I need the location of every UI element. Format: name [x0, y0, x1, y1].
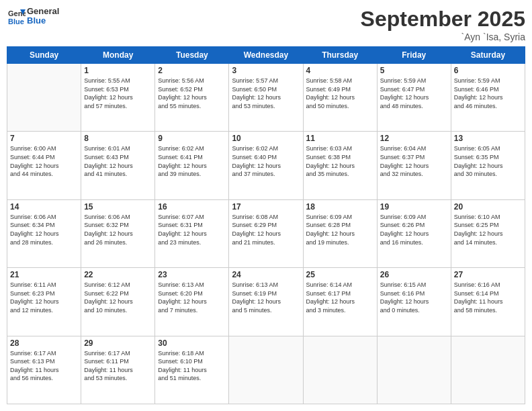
day-number: 5 [380, 66, 448, 75]
day-info: Sunrise: 6:13 AM Sunset: 6:19 PM Dayligh… [232, 281, 300, 314]
day-number: 13 [454, 134, 522, 143]
calendar-cell [377, 336, 451, 404]
day-info: Sunrise: 6:12 AM Sunset: 6:22 PM Dayligh… [84, 281, 152, 314]
calendar-cell: 26Sunrise: 6:15 AM Sunset: 6:16 PM Dayli… [377, 268, 451, 336]
day-number: 1 [84, 66, 152, 75]
title-block: September 2025 `Ayn `Isa, Syria [361, 7, 525, 42]
day-info: Sunrise: 6:17 AM Sunset: 6:11 PM Dayligh… [84, 349, 152, 383]
day-number: 25 [306, 270, 374, 279]
calendar-cell: 12Sunrise: 6:04 AM Sunset: 6:37 PM Dayli… [377, 132, 451, 199]
svg-text:Blue: Blue [8, 17, 24, 26]
day-number: 8 [84, 134, 152, 143]
day-info: Sunrise: 6:04 AM Sunset: 6:37 PM Dayligh… [380, 144, 448, 178]
calendar-cell [7, 64, 81, 132]
day-number: 14 [10, 202, 78, 212]
calendar-cell: 9Sunrise: 6:02 AM Sunset: 6:41 PM Daylig… [155, 132, 229, 199]
calendar-cell: 11Sunrise: 6:03 AM Sunset: 6:38 PM Dayli… [303, 132, 377, 199]
day-info: Sunrise: 6:15 AM Sunset: 6:16 PM Dayligh… [380, 281, 448, 314]
calendar-cell: 20Sunrise: 6:10 AM Sunset: 6:25 PM Dayli… [451, 199, 525, 267]
day-info: Sunrise: 6:09 AM Sunset: 6:28 PM Dayligh… [306, 213, 374, 246]
day-number: 2 [158, 66, 226, 75]
day-number: 23 [158, 270, 226, 279]
day-number: 18 [306, 202, 374, 212]
day-info: Sunrise: 6:10 AM Sunset: 6:25 PM Dayligh… [454, 213, 522, 246]
calendar-cell: 29Sunrise: 6:17 AM Sunset: 6:11 PM Dayli… [81, 336, 155, 404]
calendar-cell: 16Sunrise: 6:07 AM Sunset: 6:31 PM Dayli… [155, 199, 229, 267]
calendar-cell: 17Sunrise: 6:08 AM Sunset: 6:29 PM Dayli… [229, 199, 303, 267]
calendar-cell [229, 336, 303, 404]
day-number: 10 [232, 134, 300, 143]
day-info: Sunrise: 6:02 AM Sunset: 6:41 PM Dayligh… [158, 144, 226, 178]
weekday-header-friday: Friday [377, 47, 451, 64]
calendar-cell: 25Sunrise: 6:14 AM Sunset: 6:17 PM Dayli… [303, 268, 377, 336]
day-info: Sunrise: 6:03 AM Sunset: 6:38 PM Dayligh… [306, 144, 374, 178]
calendar-cell: 1Sunrise: 5:55 AM Sunset: 6:53 PM Daylig… [81, 64, 155, 132]
calendar-cell: 6Sunrise: 5:59 AM Sunset: 6:46 PM Daylig… [451, 64, 525, 132]
calendar-cell: 14Sunrise: 6:06 AM Sunset: 6:34 PM Dayli… [7, 199, 81, 267]
day-number: 19 [380, 202, 448, 212]
logo-line1: General [27, 7, 59, 16]
day-number: 4 [306, 66, 374, 75]
day-info: Sunrise: 6:09 AM Sunset: 6:26 PM Dayligh… [380, 213, 448, 246]
day-number: 7 [10, 134, 78, 143]
day-number: 9 [158, 134, 226, 143]
calendar-cell: 27Sunrise: 6:16 AM Sunset: 6:14 PM Dayli… [451, 268, 525, 336]
month-title: September 2025 [361, 7, 525, 32]
day-info: Sunrise: 6:06 AM Sunset: 6:34 PM Dayligh… [10, 213, 78, 246]
calendar-cell: 18Sunrise: 6:09 AM Sunset: 6:28 PM Dayli… [303, 199, 377, 267]
day-info: Sunrise: 6:00 AM Sunset: 6:44 PM Dayligh… [10, 144, 78, 178]
calendar-cell: 4Sunrise: 5:58 AM Sunset: 6:49 PM Daylig… [303, 64, 377, 132]
calendar-cell [303, 336, 377, 404]
day-info: Sunrise: 6:01 AM Sunset: 6:43 PM Dayligh… [84, 144, 152, 178]
day-info: Sunrise: 6:14 AM Sunset: 6:17 PM Dayligh… [306, 281, 374, 314]
weekday-header-saturday: Saturday [451, 47, 525, 64]
day-number: 16 [158, 202, 226, 212]
day-number: 6 [454, 66, 522, 75]
calendar-cell: 19Sunrise: 6:09 AM Sunset: 6:26 PM Dayli… [377, 199, 451, 267]
day-number: 27 [454, 270, 522, 279]
day-info: Sunrise: 6:18 AM Sunset: 6:10 PM Dayligh… [158, 349, 226, 383]
day-info: Sunrise: 6:06 AM Sunset: 6:32 PM Dayligh… [84, 213, 152, 246]
calendar-cell: 5Sunrise: 5:59 AM Sunset: 6:47 PM Daylig… [377, 64, 451, 132]
day-info: Sunrise: 6:16 AM Sunset: 6:14 PM Dayligh… [454, 281, 522, 314]
weekday-header-thursday: Thursday [303, 47, 377, 64]
day-number: 12 [380, 134, 448, 143]
weekday-header-wednesday: Wednesday [229, 47, 303, 64]
calendar-cell: 30Sunrise: 6:18 AM Sunset: 6:10 PM Dayli… [155, 336, 229, 404]
day-info: Sunrise: 5:55 AM Sunset: 6:53 PM Dayligh… [84, 77, 152, 110]
calendar-cell: 15Sunrise: 6:06 AM Sunset: 6:32 PM Dayli… [81, 199, 155, 267]
day-number: 26 [380, 270, 448, 279]
day-number: 15 [84, 202, 152, 212]
calendar: SundayMondayTuesdayWednesdayThursdayFrid… [7, 46, 525, 404]
logo-line2: Blue [27, 16, 59, 26]
day-info: Sunrise: 6:17 AM Sunset: 6:13 PM Dayligh… [10, 349, 78, 383]
calendar-cell: 3Sunrise: 5:57 AM Sunset: 6:50 PM Daylig… [229, 64, 303, 132]
calendar-cell: 7Sunrise: 6:00 AM Sunset: 6:44 PM Daylig… [7, 132, 81, 199]
day-number: 21 [10, 270, 78, 279]
calendar-cell: 23Sunrise: 6:13 AM Sunset: 6:20 PM Dayli… [155, 268, 229, 336]
day-info: Sunrise: 5:59 AM Sunset: 6:46 PM Dayligh… [454, 77, 522, 110]
calendar-cell: 28Sunrise: 6:17 AM Sunset: 6:13 PM Dayli… [7, 336, 81, 404]
day-info: Sunrise: 6:07 AM Sunset: 6:31 PM Dayligh… [158, 213, 226, 246]
weekday-header-monday: Monday [81, 47, 155, 64]
calendar-cell: 10Sunrise: 6:02 AM Sunset: 6:40 PM Dayli… [229, 132, 303, 199]
day-info: Sunrise: 6:11 AM Sunset: 6:23 PM Dayligh… [10, 281, 78, 314]
calendar-cell: 2Sunrise: 5:56 AM Sunset: 6:52 PM Daylig… [155, 64, 229, 132]
day-number: 29 [84, 338, 152, 348]
day-number: 24 [232, 270, 300, 279]
calendar-cell: 13Sunrise: 6:05 AM Sunset: 6:35 PM Dayli… [451, 132, 525, 199]
location: `Ayn `Isa, Syria [361, 32, 525, 42]
day-number: 11 [306, 134, 374, 143]
calendar-cell: 21Sunrise: 6:11 AM Sunset: 6:23 PM Dayli… [7, 268, 81, 336]
day-number: 22 [84, 270, 152, 279]
day-number: 3 [232, 66, 300, 75]
day-info: Sunrise: 6:05 AM Sunset: 6:35 PM Dayligh… [454, 144, 522, 178]
logo: General Blue General Blue [7, 7, 59, 26]
day-number: 17 [232, 202, 300, 212]
day-info: Sunrise: 6:13 AM Sunset: 6:20 PM Dayligh… [158, 281, 226, 314]
day-info: Sunrise: 5:56 AM Sunset: 6:52 PM Dayligh… [158, 77, 226, 110]
weekday-header-tuesday: Tuesday [155, 47, 229, 64]
day-info: Sunrise: 5:58 AM Sunset: 6:49 PM Dayligh… [306, 77, 374, 110]
calendar-cell: 8Sunrise: 6:01 AM Sunset: 6:43 PM Daylig… [81, 132, 155, 199]
day-info: Sunrise: 5:57 AM Sunset: 6:50 PM Dayligh… [232, 77, 300, 110]
